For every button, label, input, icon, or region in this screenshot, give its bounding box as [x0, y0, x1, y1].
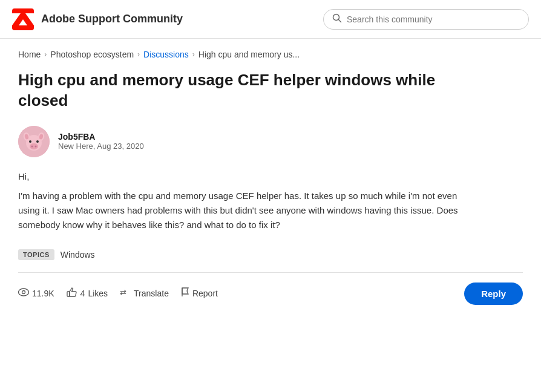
translate-icon: ⇄ — [120, 287, 131, 299]
svg-text:⇄: ⇄ — [120, 288, 126, 297]
main-content: High cpu and memory usage CEF helper win… — [0, 64, 541, 317]
actions-left: 11.9K 4 Likes ⇄ — [18, 287, 218, 299]
report-icon — [181, 287, 189, 299]
views-item: 11.9K — [18, 288, 54, 299]
search-icon — [332, 13, 342, 25]
author-info: Job5FBA New Here, Aug 23, 2020 — [58, 132, 144, 151]
site-title: Adobe Support Community — [41, 13, 183, 25]
author-name: Job5FBA — [58, 132, 144, 142]
post-greeting: Hi, — [18, 169, 478, 184]
author-role: New Here — [58, 142, 93, 151]
views-icon — [18, 288, 29, 299]
translate-item[interactable]: ⇄ Translate — [120, 287, 169, 299]
topics-label: TOPICS — [18, 249, 54, 260]
likes-icon — [67, 287, 77, 299]
svg-point-17 — [19, 289, 29, 296]
likes-label: Likes — [88, 289, 108, 298]
topics-row: TOPICS Windows — [18, 249, 523, 260]
svg-point-18 — [22, 291, 25, 294]
breadcrumb-sep-2: › — [137, 50, 140, 59]
svg-line-5 — [339, 19, 341, 22]
svg-point-12 — [36, 140, 39, 143]
breadcrumb-sep-1: › — [44, 50, 47, 59]
likes-item[interactable]: 4 Likes — [67, 287, 108, 299]
search-input[interactable] — [347, 15, 520, 24]
svg-point-10 — [35, 145, 37, 147]
post-title: High cpu and memory usage CEF helper win… — [18, 70, 478, 111]
avatar-image — [18, 126, 50, 157]
search-container[interactable] — [323, 9, 529, 30]
breadcrumb-current: High cpu and memory us... — [198, 50, 300, 59]
breadcrumb-home[interactable]: Home — [18, 50, 41, 59]
post-content: I'm having a problem with the cpu and me… — [18, 189, 478, 232]
report-item[interactable]: Report — [181, 287, 218, 299]
breadcrumb-discussions[interactable]: Discussions — [143, 50, 189, 59]
views-count: 11.9K — [32, 289, 54, 298]
topic-tag-windows[interactable]: Windows — [61, 250, 95, 260]
divider — [18, 272, 523, 273]
header: Adobe Support Community — [0, 0, 541, 39]
breadcrumb-ecosystem[interactable]: Photoshop ecosystem — [50, 50, 134, 59]
breadcrumb-sep-3: › — [192, 50, 195, 59]
svg-point-9 — [31, 145, 33, 147]
actions-row: 11.9K 4 Likes ⇄ — [18, 283, 523, 305]
report-label: Report — [192, 289, 218, 298]
likes-count: 4 — [80, 289, 85, 298]
adobe-logo-icon — [12, 8, 34, 30]
svg-point-11 — [29, 140, 31, 143]
author-row: Job5FBA New Here, Aug 23, 2020 — [18, 126, 523, 157]
breadcrumb: Home › Photoshop ecosystem › Discussions… — [0, 39, 541, 64]
post-body: Hi, I'm having a problem with the cpu an… — [18, 169, 478, 232]
avatar — [18, 126, 50, 157]
translate-label: Translate — [134, 289, 169, 298]
reply-button[interactable]: Reply — [464, 283, 523, 305]
author-date: Aug 23, 2020 — [97, 142, 143, 151]
author-meta: New Here, Aug 23, 2020 — [58, 142, 144, 151]
svg-rect-19 — [67, 292, 70, 296]
svg-point-8 — [30, 143, 38, 149]
header-left: Adobe Support Community — [12, 8, 183, 30]
